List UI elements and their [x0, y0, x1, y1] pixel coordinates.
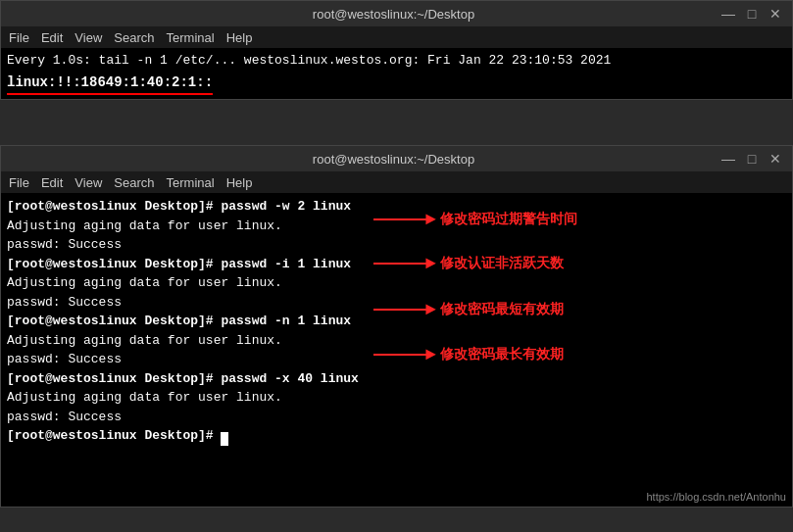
bottom-terminal: root@westoslinux:~/Desktop — □ ✕ File Ed… [0, 145, 793, 508]
bottom-terminal-content: [root@westoslinux Desktop]# passwd -w 2 … [1, 193, 792, 507]
annotation-1: ► 修改密码过期警告时间 [373, 209, 577, 229]
bottom-titlebar-buttons: — □ ✕ [719, 150, 784, 168]
close-btn[interactable]: ✕ [767, 5, 784, 23]
line-4-cmd: passwd -i 1 linux [221, 257, 351, 271]
top-titlebar-buttons: — □ ✕ [719, 5, 784, 23]
top-terminal-content: Every 1.0s: tail -n 1 /etc/... westoslin… [1, 48, 792, 99]
menu-file[interactable]: File [9, 30, 29, 45]
arrow-head-3: ► [425, 301, 436, 318]
line-3-text: passwd: Success [7, 237, 122, 252]
line-10: [root@westoslinux Desktop]# passwd -x 40… [7, 369, 786, 389]
annotation-4: ► 修改密码最长有效期 [373, 344, 564, 364]
line-5-text: Adjusting aging data for user linux. [7, 275, 282, 290]
line-12-text: passwd: Success [7, 410, 122, 424]
arrow-head-1: ► [425, 211, 436, 228]
arrow-head-4: ► [425, 346, 436, 363]
line-11-text: Adjusting aging data for user linux. [7, 390, 282, 405]
line-5: Adjusting aging data for user linux. [7, 273, 786, 293]
b-minimize-btn[interactable]: — [719, 150, 737, 168]
b-close-btn[interactable]: ✕ [767, 150, 784, 168]
minimize-btn[interactable]: — [719, 5, 737, 23]
watch-text: Every 1.0s: tail -n 1 /etc/... westoslin… [7, 53, 611, 68]
line-2-text: Adjusting aging data for user linux. [7, 218, 282, 233]
cursor [221, 432, 228, 446]
annotation-text-3: 修改密码最短有效期 [440, 299, 564, 319]
watch-command-line: Every 1.0s: tail -n 1 /etc/... westoslin… [7, 52, 786, 70]
top-menubar: File Edit View Search Terminal Help [1, 26, 792, 48]
arrow-head-2: ► [425, 255, 436, 272]
passwd-display-line: linux:!!:18649:1:40:2:1:: [7, 73, 786, 95]
b-menu-search[interactable]: Search [114, 175, 154, 190]
maximize-btn[interactable]: □ [743, 5, 761, 23]
line-7-cmd: passwd -n 1 linux [221, 314, 351, 328]
menu-edit[interactable]: Edit [41, 30, 63, 45]
annotation-text-4: 修改密码最长有效期 [440, 344, 564, 364]
line-1-cmd: passwd -w 2 linux [221, 199, 351, 214]
line-8-text: Adjusting aging data for user linux. [7, 333, 282, 348]
menu-view[interactable]: View [74, 30, 102, 45]
b-menu-terminal[interactable]: Terminal [167, 175, 215, 190]
b-maximize-btn[interactable]: □ [743, 150, 761, 168]
annotation-text-1: 修改密码过期警告时间 [440, 209, 577, 229]
top-terminal: root@westoslinux:~/Desktop — □ ✕ File Ed… [0, 0, 793, 100]
line-10-prompt: [root@westoslinux Desktop]# [7, 371, 221, 386]
b-menu-file[interactable]: File [9, 175, 29, 190]
line-11: Adjusting aging data for user linux. [7, 388, 786, 408]
arrow-shaft-1 [373, 218, 427, 220]
menu-terminal[interactable]: Terminal [167, 30, 215, 45]
menu-help[interactable]: Help [226, 30, 253, 45]
line-12: passwd: Success [7, 408, 786, 427]
passwd-content: linux:!!:18649:1:40:2:1:: [7, 73, 213, 95]
line-13: [root@westoslinux Desktop]# [7, 426, 786, 446]
annotation-text-2: 修改认证非活跃天数 [440, 253, 564, 273]
line-7-prompt: [root@westoslinux Desktop]# [7, 314, 221, 328]
arrow-shaft-3 [373, 309, 427, 311]
b-menu-help[interactable]: Help [226, 175, 253, 190]
b-menu-edit[interactable]: Edit [41, 175, 63, 190]
annotation-2: ► 修改认证非活跃天数 [373, 253, 564, 273]
b-menu-view[interactable]: View [74, 175, 102, 190]
top-title: root@westoslinux:~/Desktop [68, 7, 719, 22]
url-bar: https://blog.csdn.net/Antonhu [647, 489, 787, 506]
annotation-3: ► 修改密码最短有效期 [373, 299, 564, 319]
arrow-shaft-4 [373, 354, 427, 356]
bottom-titlebar: root@westoslinux:~/Desktop — □ ✕ [1, 146, 792, 171]
final-prompt: [root@westoslinux Desktop]# [7, 428, 221, 443]
bottom-title: root@westoslinux:~/Desktop [68, 152, 719, 167]
menu-search[interactable]: Search [114, 30, 154, 45]
top-titlebar: root@westoslinux:~/Desktop — □ ✕ [1, 1, 792, 26]
bottom-menubar: File Edit View Search Terminal Help [1, 171, 792, 193]
line-6-text: passwd: Success [7, 295, 122, 310]
line-9-text: passwd: Success [7, 352, 122, 366]
arrow-shaft-2 [373, 263, 427, 265]
line-4-prompt: [root@westoslinux Desktop]# [7, 257, 221, 271]
line-1-prompt: [root@westoslinux Desktop]# [7, 199, 221, 214]
line-3: passwd: Success [7, 235, 786, 255]
line-10-cmd: passwd -x 40 linux [221, 371, 358, 386]
